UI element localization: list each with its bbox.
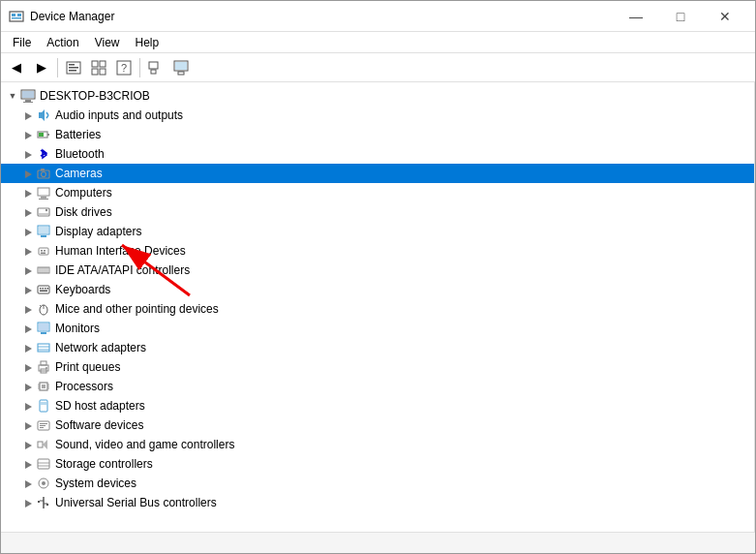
expand-icon-ide[interactable] [20, 262, 36, 278]
tree-item-ide[interactable]: IDE ATA/ATAPI controllers [1, 261, 754, 280]
tree-item-processors[interactable]: Processors [1, 377, 754, 396]
svg-rect-6 [69, 67, 78, 69]
expand-icon-keyboards[interactable] [20, 282, 36, 297]
svg-marker-71 [25, 325, 32, 333]
expand-icon-sound[interactable] [20, 437, 36, 452]
svg-marker-24 [39, 109, 45, 121]
tree-item-storage[interactable]: Storage controllers [1, 454, 754, 474]
svg-rect-74 [39, 323, 48, 330]
minimize-button[interactable]: — [614, 1, 658, 32]
device-label-hid: Human Interface Devices [55, 244, 186, 258]
svg-rect-81 [41, 361, 46, 365]
svg-rect-63 [43, 288, 45, 290]
tree-item-audio[interactable]: Audio inputs and outputs [1, 106, 754, 125]
app-icon [9, 9, 24, 24]
menu-file[interactable]: File [5, 34, 39, 51]
device-icon-storage [36, 456, 51, 472]
tree-item-system[interactable]: System devices [1, 474, 754, 493]
expand-icon-network[interactable] [20, 340, 36, 355]
svg-point-43 [45, 209, 47, 211]
menu-action[interactable]: Action [39, 34, 86, 51]
expand-icon-disk[interactable] [20, 204, 36, 220]
svg-point-112 [42, 481, 45, 485]
expand-icon-audio[interactable] [20, 108, 36, 123]
expand-icon-system[interactable] [20, 476, 36, 491]
root-label: DESKTOP-B3CRIOB [40, 89, 150, 103]
svg-marker-79 [25, 364, 32, 372]
expand-icon-computers[interactable] [20, 185, 36, 200]
expand-icon-display[interactable] [20, 224, 36, 239]
toolbar-back[interactable]: ◀ [5, 56, 28, 79]
menu-view[interactable]: View [87, 34, 128, 51]
svg-marker-53 [25, 267, 32, 275]
tree-item-sound[interactable]: Sound, video and game controllers [1, 435, 754, 454]
toolbar-help[interactable]: ? [112, 56, 136, 79]
device-icon-computers [36, 185, 51, 200]
toolbar-monitor[interactable] [169, 56, 193, 79]
device-label-ide: IDE ATA/ATAPI controllers [55, 263, 190, 277]
svg-marker-84 [25, 384, 32, 391]
svg-rect-39 [39, 199, 48, 200]
svg-rect-46 [41, 235, 46, 237]
device-icon-sound [36, 437, 51, 452]
tree-item-display[interactable]: Display adapters [1, 222, 754, 241]
expand-icon-print[interactable] [20, 359, 36, 375]
svg-rect-18 [175, 62, 187, 70]
device-icon-sd [36, 398, 51, 414]
device-icon-mice [36, 301, 51, 317]
device-icon-print [36, 359, 51, 375]
close-button[interactable]: ✕ [703, 1, 747, 32]
expand-icon-hid[interactable] [20, 243, 36, 259]
tree-item-disk[interactable]: Disk drives [1, 202, 754, 222]
svg-rect-2 [17, 14, 21, 16]
svg-rect-104 [38, 442, 43, 447]
svg-rect-17 [178, 72, 184, 75]
toolbar-forward[interactable]: ▶ [30, 56, 53, 79]
tree-item-network[interactable]: Network adapters [1, 338, 754, 357]
device-label-audio: Audio inputs and outputs [55, 108, 183, 122]
tree-item-cameras[interactable]: Cameras [1, 164, 754, 183]
tree-item-keyboards[interactable]: Keyboards [1, 280, 754, 299]
svg-marker-105 [43, 440, 47, 449]
device-label-cameras: Cameras [55, 167, 103, 180]
expand-icon-processors[interactable] [20, 379, 36, 394]
expand-icon-batteries[interactable] [20, 127, 36, 142]
expand-icon-cameras[interactable] [20, 166, 36, 181]
expand-icon-storage[interactable] [20, 456, 36, 472]
device-icon-display [36, 224, 51, 239]
expand-icon-mice[interactable] [20, 301, 36, 317]
toolbar-scan[interactable] [87, 56, 110, 79]
tree-item-monitors[interactable]: Monitors [1, 319, 754, 338]
tree-item-sd[interactable]: SD host adapters [1, 396, 754, 416]
tree-item-print[interactable]: Print queues [1, 357, 754, 377]
tree-item-hid[interactable]: Human Interface Devices [1, 241, 754, 261]
tree-item-computers[interactable]: Computers [1, 183, 754, 202]
expand-icon-sd[interactable] [20, 398, 36, 414]
root-computer-icon [20, 88, 36, 104]
tree-item-batteries[interactable]: Batteries [1, 125, 754, 144]
tree-root-item[interactable]: ▼ DESKTOP-B3CRIOB [1, 86, 754, 106]
tree-item-usb[interactable]: Universal Serial Bus controllers [1, 493, 754, 512]
maximize-button[interactable]: □ [658, 1, 703, 32]
tree-item-mice[interactable]: Mice and other pointing devices [1, 299, 754, 319]
toolbar-device-view[interactable] [144, 56, 167, 79]
tree-panel[interactable]: ▼ DESKTOP-B3CRIOB Au [1, 82, 755, 532]
expand-icon-software[interactable] [20, 417, 36, 433]
expand-icon-bluetooth[interactable] [20, 146, 36, 162]
svg-point-118 [46, 504, 48, 506]
svg-point-34 [42, 172, 46, 177]
menu-help[interactable]: Help [128, 34, 167, 51]
svg-rect-7 [69, 70, 76, 72]
root-expand-icon[interactable]: ▼ [5, 88, 20, 104]
svg-marker-60 [25, 287, 32, 294]
svg-marker-40 [25, 209, 32, 217]
expand-icon-usb[interactable] [20, 495, 36, 510]
tree-item-bluetooth[interactable]: Bluetooth [1, 144, 754, 164]
tree-item-software[interactable]: Software devices [1, 416, 754, 435]
window-title: Device Manager [30, 10, 614, 23]
window-controls: — □ ✕ [614, 1, 747, 32]
device-icon-cameras [36, 166, 51, 181]
expand-icon-monitors[interactable] [20, 321, 36, 336]
svg-rect-1 [12, 14, 15, 16]
toolbar-properties[interactable] [62, 56, 85, 79]
